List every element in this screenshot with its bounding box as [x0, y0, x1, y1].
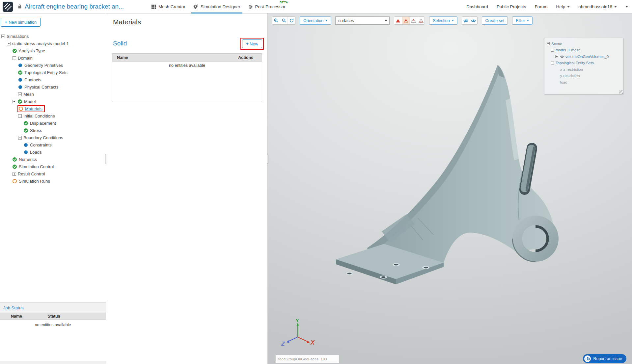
visibility-eye-icon[interactable] — [560, 55, 564, 58]
help-menu[interactable]: Help — [556, 4, 570, 9]
scene-item-x-z-restriction[interactable]: x-z-restriction — [546, 66, 622, 73]
forum-link[interactable]: Forum — [535, 4, 547, 9]
axis-z-label: Z — [281, 341, 285, 347]
tab-simulation-designer[interactable]: Simulation Designer — [189, 0, 244, 13]
tree-item-displacement[interactable]: Displacement — [0, 119, 106, 127]
tree-item-analysis-type[interactable]: Analysis Type — [0, 47, 106, 54]
resize-handle[interactable] — [619, 90, 623, 94]
collapse-icon[interactable] — [13, 56, 16, 60]
status-item-icon — [24, 150, 28, 154]
viewport-3d[interactable]: Orientation surfaces Selection — [268, 13, 632, 364]
mesh-quality-icon-d[interactable] — [417, 17, 425, 24]
solid-section-title: Solid — [113, 40, 127, 47]
project-title[interactable]: Aircraft engine bearing bracket an... — [25, 3, 124, 10]
collapse-icon[interactable] — [18, 114, 22, 118]
tree-item-mesh[interactable]: Mesh — [0, 91, 106, 98]
expand-icon[interactable] — [555, 55, 558, 58]
splitter-handle[interactable] — [267, 154, 268, 164]
new-simulation-button[interactable]: New simulation — [1, 18, 41, 27]
tree-item-boundary-conditions[interactable]: Boundary Conditions — [0, 134, 106, 141]
selection-button[interactable]: Selection — [429, 16, 457, 25]
tree-item-materials[interactable]: Materials — [0, 105, 106, 112]
mesh-quality-icon-b[interactable] — [402, 17, 409, 24]
axis-triad: Y X Z — [281, 318, 317, 351]
collapse-icon[interactable] — [1, 35, 5, 38]
mesh-quality-icon-c[interactable] — [409, 17, 417, 24]
tree-item-result-control[interactable]: Result Control — [0, 170, 106, 177]
tree-item-stress[interactable]: Stress — [0, 127, 106, 134]
tree-item-simulation-control[interactable]: Simulation Control — [0, 163, 106, 170]
status-complete-icon — [24, 128, 28, 133]
orientation-button[interactable]: Orientation — [300, 16, 331, 25]
scene-item-volumeongeovolumes-0[interactable]: volumeOnGeoVolumes_0 — [546, 53, 622, 60]
grid-icon — [151, 5, 156, 9]
axis-y-label: Y — [296, 318, 299, 323]
tree-item-simulations[interactable]: Simulations — [0, 33, 106, 40]
zoom-out-button[interactable] — [280, 17, 288, 24]
tree-item-label: Physical Contacts — [24, 85, 58, 90]
tree-item-numerics[interactable]: Numerics — [0, 156, 106, 163]
tree-item-initial-conditions[interactable]: Initial Conditions — [0, 112, 106, 119]
tree-item-label: static-stress-analysis-model-1 — [12, 41, 69, 46]
tree-item-simulation-runs[interactable]: Simulation Runs — [0, 177, 106, 185]
simscale-logo[interactable] — [3, 2, 13, 12]
tree-item-loads[interactable]: Loads — [0, 148, 106, 156]
show-all-eye-icon[interactable] — [470, 17, 477, 24]
collapse-icon[interactable] — [18, 136, 22, 140]
scene-item-scene[interactable]: Scene — [546, 40, 622, 47]
tree-item-geometry-primitives[interactable]: Geometry Primitives — [0, 62, 106, 69]
tree-item-constraints[interactable]: Constraints — [0, 141, 106, 148]
tab-mesh-creator[interactable]: Mesh Creator — [148, 0, 189, 13]
materials-empty-message: no entities available — [112, 62, 262, 68]
chevron-down-icon — [567, 6, 570, 8]
tree-item-label: Constraints — [30, 143, 52, 147]
filter-button[interactable]: Filter — [512, 16, 533, 25]
scene-tree-overlay: Scenemodel_1 meshvolumeOnGeoVolumes_0Top… — [544, 38, 623, 94]
collapse-icon[interactable] — [13, 100, 16, 103]
create-set-button[interactable]: Create set — [482, 16, 508, 25]
scene-item-label: Topological Entity Sets — [556, 61, 594, 65]
report-issue-button[interactable]: Report an issue — [583, 354, 626, 363]
new-material-label: New — [250, 41, 258, 46]
materials-table: Name Actions no entities available — [112, 53, 262, 102]
tree-item-physical-contacts[interactable]: Physical Contacts — [0, 83, 106, 91]
render-mode-select[interactable]: surfaces — [335, 16, 390, 25]
refresh-view-button[interactable] — [288, 17, 295, 24]
face-group-input[interactable] — [275, 355, 339, 363]
tree-item-label: Simulation Control — [19, 164, 54, 169]
expand-icon[interactable] — [18, 92, 22, 96]
new-material-button[interactable]: New — [242, 39, 262, 48]
username-label: ahmedhussain18 — [578, 4, 612, 9]
chevron-down-icon[interactable] — [625, 6, 628, 8]
collapse-icon[interactable] — [551, 49, 554, 52]
axis-x-label: X — [310, 339, 315, 346]
scene-item-model-1-mesh[interactable]: model_1 mesh — [546, 47, 622, 54]
status-complete-icon — [18, 99, 22, 104]
scene-item-load[interactable]: load — [546, 79, 622, 86]
tree-item-label: Topological Entity Sets — [24, 70, 68, 75]
dashboard-link[interactable]: Dashboard — [466, 4, 488, 9]
top-navigation-bar: Aircraft engine bearing bracket an... Me… — [0, 0, 632, 13]
job-status-table-header: Name Status — [0, 313, 106, 320]
tab-post-processor[interactable]: BETA Post-Processor — [244, 0, 289, 13]
mesh-quality-icon-a[interactable] — [394, 17, 402, 24]
tree-item-model[interactable]: Model — [0, 98, 106, 105]
tree-item-domain[interactable]: Domain — [0, 54, 106, 62]
tree-item-label: Result Control — [18, 171, 45, 176]
tree-item-contacts[interactable]: Contacts — [0, 76, 106, 83]
zoom-tool-group — [272, 16, 295, 25]
user-menu[interactable]: ahmedhussain18 — [578, 4, 617, 9]
collapse-icon[interactable] — [547, 42, 550, 45]
tree-item-label: Numerics — [19, 157, 37, 162]
collapse-icon[interactable] — [551, 62, 554, 65]
collapse-icon[interactable] — [7, 42, 11, 45]
public-projects-link[interactable]: Public Projects — [497, 4, 526, 9]
scene-item-topological-entity-sets[interactable]: Topological Entity Sets — [546, 60, 622, 66]
chevron-down-icon — [325, 20, 327, 21]
tree-item-static-stress-analysis-model-1[interactable]: static-stress-analysis-model-1 — [0, 40, 106, 47]
hide-selection-eye-icon[interactable] — [462, 17, 470, 24]
scene-item-y-restriction[interactable]: y-restriction — [546, 73, 622, 79]
zoom-in-button[interactable] — [272, 17, 280, 24]
tree-item-topological-entity-sets[interactable]: Topological Entity Sets — [0, 69, 106, 76]
expand-icon[interactable] — [13, 172, 16, 176]
